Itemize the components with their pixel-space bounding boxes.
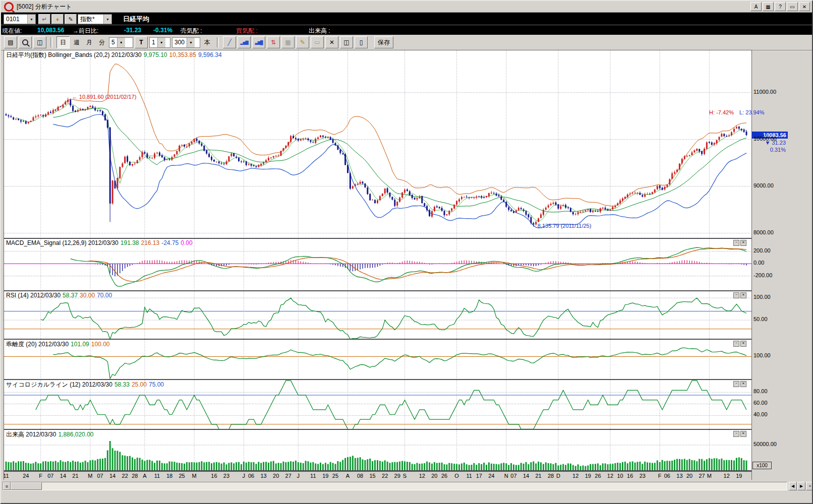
x-axis-tick: 23 bbox=[637, 473, 648, 479]
period-month-button[interactable]: 月 bbox=[84, 38, 95, 47]
x-axis-tick: 12 bbox=[570, 473, 581, 479]
x-axis-tick: 07 bbox=[508, 473, 519, 479]
grid-icon[interactable]: ▦ bbox=[281, 36, 295, 48]
panel-close-icon[interactable]: ✕ bbox=[740, 292, 746, 298]
symbol-toolbar: 0101 ▼ 指数* ▼ 日経平均 ↵♦✎ bbox=[1, 13, 812, 25]
x-axis-tick: A bbox=[342, 473, 354, 479]
x-axis-tick: 16 bbox=[624, 473, 635, 479]
x-axis-tick: 20 bbox=[684, 473, 695, 479]
macd-panel[interactable]: MACD_EMA_Signal (12,26,9) 2012/03/30191.… bbox=[4, 239, 751, 290]
legend-item: サイコロジカルライン (12) 2012/03/30 bbox=[6, 381, 112, 388]
scroll-end-button[interactable]: » bbox=[806, 482, 813, 490]
y-axis-label: 100.00 bbox=[753, 352, 771, 358]
font-button[interactable]: A bbox=[750, 2, 762, 11]
chevron-down-icon[interactable]: ▼ bbox=[157, 38, 165, 47]
symbol-code-combo[interactable]: 0101 ▼ bbox=[4, 14, 36, 24]
copy-icon[interactable]: ◫ bbox=[33, 36, 46, 48]
volume-unit-label: x100 bbox=[752, 462, 772, 469]
index-category-select[interactable]: 指数* ▼ bbox=[78, 14, 112, 24]
current-price-value: 10,083.56 bbox=[37, 27, 64, 34]
period-day-button[interactable]: 日 bbox=[56, 36, 70, 48]
panel-close-icon[interactable]: ✕ bbox=[740, 381, 746, 387]
tick-count-value: 1 bbox=[150, 39, 157, 46]
volume-label: 出来高 : bbox=[309, 27, 330, 35]
scroll-right-button[interactable]: ▶ bbox=[797, 482, 805, 490]
x-axis-tick: 22 bbox=[379, 473, 390, 479]
new-page-icon[interactable]: ▯ bbox=[355, 36, 368, 48]
help-button[interactable]: ? bbox=[775, 2, 786, 11]
macd-chart bbox=[4, 239, 751, 290]
volume-panel[interactable]: 出来高 2012/03/301,886,020.00 −✕ bbox=[4, 430, 751, 470]
minimize-button[interactable]: ▭ bbox=[787, 2, 798, 11]
register-button-icon[interactable]: ↵ bbox=[38, 14, 50, 24]
legend-item: 1,886,020.00 bbox=[58, 431, 93, 438]
chevron-down-icon[interactable]: ▼ bbox=[187, 38, 195, 47]
tick-count-select[interactable]: 1 ▼ bbox=[149, 37, 170, 48]
legend-item: 乖離度 (20) 2012/03/30 bbox=[6, 341, 69, 348]
panel-minimize-icon[interactable]: − bbox=[733, 381, 739, 387]
layout-icon[interactable]: ◫ bbox=[340, 36, 353, 48]
psychological-panel[interactable]: サイコロジカルライン (12) 2012/03/3058.3325.0075.0… bbox=[4, 380, 751, 429]
panel-minimize-icon[interactable]: − bbox=[733, 431, 739, 437]
zoom-icon[interactable] bbox=[19, 36, 32, 48]
change-value: -31.23 bbox=[124, 27, 141, 34]
chevron-down-icon[interactable]: ▼ bbox=[27, 15, 35, 24]
scrollbar-thumb[interactable] bbox=[11, 482, 42, 490]
eraser-icon[interactable]: ▭ bbox=[311, 36, 324, 48]
y-axis-label: -200.00 bbox=[753, 272, 772, 278]
histogram-icon[interactable]: ▃▆█ bbox=[252, 36, 265, 48]
y-axis-label: 9000.00 bbox=[753, 182, 774, 188]
x-axis-tick: 26 bbox=[592, 473, 603, 479]
tick-button[interactable]: T bbox=[135, 36, 148, 48]
legend-item: 30.00 bbox=[80, 292, 95, 299]
rsi-panel[interactable]: RSI (14) 2012/03/3058.3730.0070.00 −✕ bbox=[4, 291, 751, 339]
panel-close-icon[interactable]: ✕ bbox=[740, 431, 746, 437]
trendline-tool-icon[interactable]: ╱ bbox=[223, 36, 236, 48]
pencil-icon[interactable]: ✎ bbox=[296, 36, 309, 48]
horizontal-scrollbar[interactable]: ≡ bbox=[3, 482, 787, 490]
price-panel[interactable]: 日経平均(指数) Bollinger_Bands (20,2) 2012/03/… bbox=[4, 50, 751, 238]
x-axis-tick: M bbox=[704, 473, 715, 479]
x-axis: 1124F071421M07142228A111825M1623J0613202… bbox=[4, 471, 751, 481]
panel-minimize-icon[interactable]: − bbox=[733, 341, 739, 347]
key-button-icon[interactable]: ♦ bbox=[51, 14, 64, 24]
app-icon bbox=[4, 2, 14, 12]
bar-chart-icon[interactable]: ▂▅▇ bbox=[238, 36, 251, 48]
kairi-panel[interactable]: 乖離度 (20) 2012/03/30101.09100.00 −✕ bbox=[4, 340, 751, 379]
toolbar-separator bbox=[217, 37, 219, 47]
volume-chart bbox=[4, 430, 751, 470]
x-axis-tick: M bbox=[189, 473, 200, 479]
delete-drawing-icon[interactable]: ✕ bbox=[325, 36, 338, 48]
y-axis-label: 50.00 bbox=[753, 316, 768, 322]
print-icon[interactable]: ▤ bbox=[4, 36, 17, 48]
magnifier-icon bbox=[22, 39, 28, 45]
x-axis-tick: 19 bbox=[733, 473, 744, 479]
compare-icon[interactable]: ⇅ bbox=[267, 36, 280, 48]
minute-span-select[interactable]: 5 ▼ bbox=[109, 37, 133, 48]
window-style-button[interactable]: ▦ bbox=[763, 2, 774, 11]
save-button[interactable]: 保存 bbox=[374, 36, 393, 48]
legend-item: MACD_EMA_Signal (12,26,9) 2012/03/30 bbox=[6, 239, 119, 246]
splitter-grip-icon[interactable]: ≡ bbox=[3, 482, 11, 490]
panel-minimize-icon[interactable]: − bbox=[733, 240, 739, 246]
y-axis-label: 11000.00 bbox=[753, 89, 776, 95]
high-pct-label: H: -7.42% bbox=[709, 109, 734, 115]
bar-count-select[interactable]: 300 ▼ bbox=[172, 37, 200, 48]
chevron-down-icon[interactable]: ▼ bbox=[103, 15, 111, 24]
scroll-left-button[interactable]: ◀ bbox=[789, 482, 797, 490]
period-minute-button[interactable]: 分 bbox=[96, 38, 107, 47]
rsi-chart bbox=[4, 291, 751, 339]
period-week-button[interactable]: 週 bbox=[71, 38, 82, 47]
chart-area[interactable]: 日経平均(指数) Bollinger_Bands (20,2) 2012/03/… bbox=[4, 50, 752, 480]
x-axis-tick: 11 bbox=[151, 473, 162, 479]
memo-button-icon[interactable]: ✎ bbox=[65, 14, 77, 24]
panel-minimize-icon[interactable]: − bbox=[733, 292, 739, 298]
close-button[interactable]: ✕ bbox=[799, 2, 810, 11]
chevron-down-icon[interactable]: ▼ bbox=[117, 38, 125, 47]
legend-item: 100.00 bbox=[91, 341, 110, 348]
panel-close-icon[interactable]: ✕ bbox=[740, 240, 746, 246]
legend-item: 101.09 bbox=[71, 341, 89, 348]
legend-item: 0.00 bbox=[181, 239, 192, 246]
panel-close-icon[interactable]: ✕ bbox=[740, 341, 746, 347]
x-axis-tick: 12 bbox=[417, 473, 428, 479]
